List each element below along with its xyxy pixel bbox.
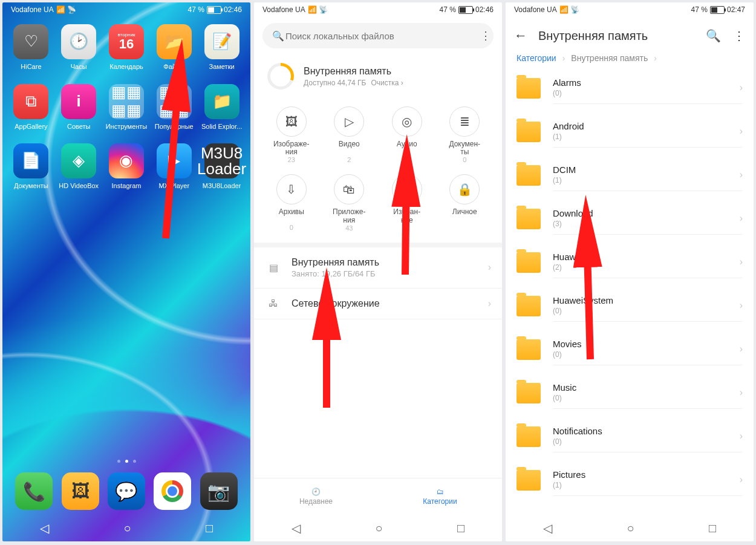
category-item[interactable]: 🔒Личное [436,174,494,231]
app-calendar[interactable]: вторник16Календарь [103,24,151,71]
battery-label: 47 % [691,5,708,14]
screenshot-folder-list: Vodafone UA 📶 📡 47 % 02:47 ← Внутренняя … [506,2,754,541]
folder-name: Notifications [553,426,602,436]
nav-home[interactable]: ○ [123,521,131,535]
nav-recent[interactable]: □ [206,521,213,535]
row-internal-storage[interactable]: ▤ Внутренняя память Занято: 19,26 ГБ/64 … [254,247,502,289]
storage-summary[interactable]: Внутренняя память Доступно 44,74 ГБОчист… [254,54,502,103]
tab-recent[interactable]: 🕘Недавнее [254,478,378,515]
nav-home[interactable]: ○ [627,521,634,535]
header: ← Внутренняя память 🔍 ⋮ [506,17,754,47]
cleanup-link[interactable]: Очистка [371,79,399,87]
category-item[interactable]: ≣Докумен-ты0 [436,106,494,163]
screenshot-home: Vodafone UA 📶 📡 47 % 02:46 ♡HiCare 🕑Часы… [2,2,250,541]
category-icon: ☆ [392,174,422,204]
app-mxplayer[interactable]: ▶MX Player [150,143,198,190]
carrier-label: Vodafone UA [11,5,54,14]
app-notes[interactable]: 📝Заметки [198,24,246,71]
dock-messages[interactable]: 💬 [108,472,145,510]
storage-title: Внутренняя память [304,66,403,77]
search-bar[interactable]: 🔍 [262,23,494,48]
tab-categories[interactable]: 🗂Категории [378,478,502,515]
search-input[interactable] [284,30,484,42]
dock-gallery[interactable]: 🖼 [62,472,99,510]
back-button[interactable]: ← [514,28,527,44]
chevron-right-icon: › [740,474,743,485]
folder-name: DCIM [553,165,576,175]
app-tips[interactable]: iСоветы [55,84,103,131]
nav-back[interactable]: ◁ [40,521,49,535]
category-item[interactable]: 🛍Приложе-ния43 [321,174,379,231]
nav-recent[interactable]: □ [457,521,464,535]
app-solidexplorer[interactable]: 📁Solid Explor... [198,84,246,131]
folder-popular[interactable]: ▦▦▦▦Популярные [150,84,198,131]
chevron-right-icon: › [740,344,743,354]
folder-row[interactable]: Notifications(0)› [506,415,754,459]
tips-icon: i [61,84,96,119]
signal-icon: 📶 📡 [56,5,76,14]
categories-icon: 🗂 [437,488,444,496]
category-count: 0 [405,224,409,232]
category-item[interactable]: ▷Видео2 [321,106,379,163]
hicare-icon: ♡ [13,24,48,59]
dock-camera[interactable]: 📷 [200,472,238,510]
folder-count: (2) [553,263,583,272]
battery-icon [458,6,473,14]
app-clock[interactable]: 🕑Часы [55,24,103,71]
folder-row[interactable]: Alarms(0)› [506,67,754,110]
nav-back[interactable]: ◁ [292,521,301,535]
app-hicare[interactable]: ♡HiCare [7,24,55,71]
storage-ring-icon [267,63,294,90]
status-bar: Vodafone UA 📶 📡 47 % 02:46 [2,2,250,17]
folder-row[interactable]: Movies(0)› [506,328,754,371]
breadcrumb-categories[interactable]: Категории [516,53,556,63]
internal-storage-icon: ▤ [265,262,282,273]
row-subtitle: Занято: 19,26 ГБ/64 ГБ [292,269,488,278]
category-item[interactable]: ☆Избран-ное0 [378,174,436,231]
folder-icon [516,383,541,403]
category-item[interactable]: ⇩Архивы0 [262,174,321,231]
folder-tools[interactable]: ▦▦▦▦Инструменты [103,84,151,131]
nav-home[interactable]: ○ [375,521,382,535]
app-appgallery[interactable]: ⧉AppGallery [7,84,55,131]
folder-row[interactable]: Download(3)› [506,197,754,241]
folder-row[interactable]: DCIM(1)› [506,154,754,197]
page-title: Внутренняя память [538,29,694,43]
more-menu-icon[interactable]: ⋮ [480,29,491,42]
category-label: Приложе-ния [333,208,365,224]
folder-count: (1) [553,132,584,141]
nav-back[interactable]: ◁ [543,521,552,535]
battery-label: 47 % [188,5,204,14]
screenshot-files-categories: Vodafone UA 📶 📡 47 % 02:46 🔍 ⋮ Внутрення… [254,2,502,541]
dock-phone[interactable]: 📞 [15,472,53,510]
folder-row[interactable]: Pictures(1)› [506,459,754,502]
docs-icon: 📄 [13,143,48,178]
category-count: 0 [463,156,466,163]
folder-row[interactable]: Music(0)› [506,371,754,415]
app-docs[interactable]: 📄Документы [7,143,55,190]
folder-icon [516,470,541,491]
notes-icon: 📝 [204,24,240,59]
category-item[interactable]: ◎Аудио [378,106,436,163]
nav-recent[interactable]: □ [709,521,716,535]
app-files[interactable]: 📂Файлы [150,24,198,71]
chevron-right-icon: › [740,126,743,137]
more-menu-icon[interactable]: ⋮ [733,28,745,43]
chevron-right-icon: › [562,53,565,63]
app-instagram[interactable]: ◉Instagram [103,143,151,190]
app-hdvideobox[interactable]: ◈HD VideoBox [55,143,103,190]
status-bar: Vodafone UA 📶 📡 47 % 02:46 [254,2,502,17]
dock-chrome[interactable] [154,472,191,510]
folder-row[interactable]: Android(1)› [506,110,754,154]
folder-icon [516,252,541,273]
battery-icon [207,6,221,14]
dock: 📞 🖼 💬 📷 [2,472,250,510]
search-icon[interactable]: 🔍 [706,28,721,43]
folder-row[interactable]: Huawei(2)› [506,241,754,284]
folder-name: Android [553,121,584,131]
folder-icon [516,78,541,99]
category-item[interactable]: 🖼Изображе-ния23 [262,106,321,163]
folder-row[interactable]: HuaweiSystem(0)› [506,284,754,328]
row-network[interactable]: 🖧 Сетевое окружение › [254,289,502,319]
app-m3u8loader[interactable]: M3U8LoaderM3U8Loader [198,143,246,190]
